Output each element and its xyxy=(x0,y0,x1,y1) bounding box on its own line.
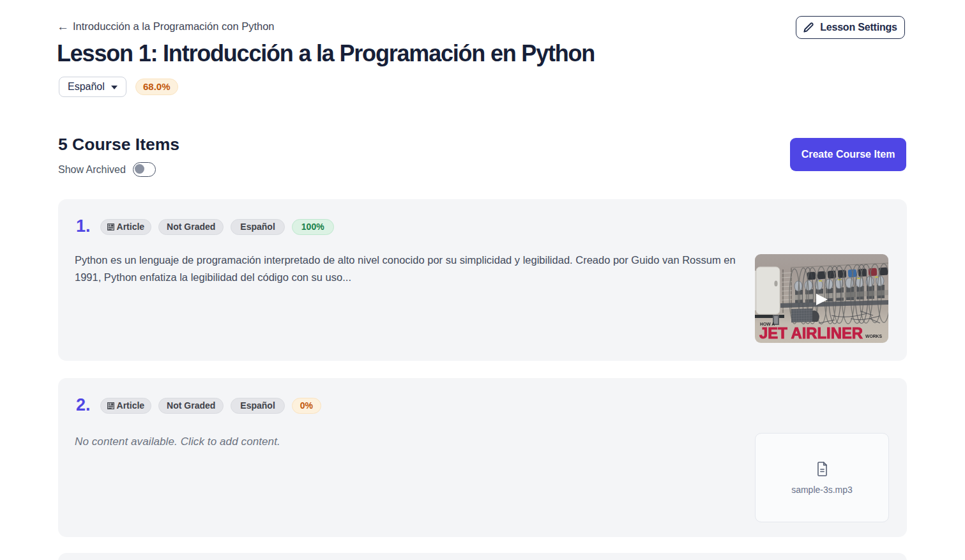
svg-text:JET AIRLINER: JET AIRLINER xyxy=(759,325,863,342)
svg-text:WORKS: WORKS xyxy=(865,334,883,338)
